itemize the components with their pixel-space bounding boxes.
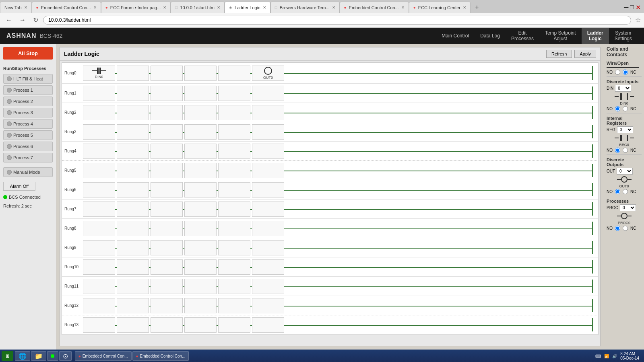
rung-cell-11-2[interactable] [151, 279, 183, 294]
all-stop-button[interactable]: All Stop [3, 47, 53, 60]
nav-main-control[interactable]: Main Control [436, 28, 475, 44]
tab-close[interactable]: ✕ [93, 5, 97, 10]
bookmark-icon[interactable]: ☆ [635, 16, 641, 24]
nav-data-log[interactable]: Data Log [475, 28, 506, 44]
proc-no-radio[interactable] [615, 226, 620, 231]
rung-cell-13-3[interactable] [184, 317, 217, 333]
nav-ladder-logic[interactable]: LadderLogic [582, 28, 609, 44]
forward-button[interactable]: → [17, 16, 28, 25]
rung-cell-12-2[interactable] [151, 298, 183, 313]
rung-cell-7-4[interactable] [218, 202, 250, 217]
rung-cell-8-5[interactable] [252, 221, 284, 236]
rung-cell-5-3[interactable] [184, 163, 217, 178]
rung-cell-4-2[interactable] [151, 144, 183, 159]
rung-cell-10-0[interactable] [83, 259, 115, 275]
tab-close[interactable]: ✕ [463, 5, 466, 10]
rung-cell-1-3[interactable] [184, 86, 217, 101]
rung-cell-1-0[interactable] [83, 86, 115, 101]
rung-cell-8-0[interactable] [83, 221, 115, 236]
rung-cell-10-2[interactable] [151, 259, 183, 275]
nav-temp-setpoint[interactable]: Temp SetpointAdjust [539, 28, 582, 44]
wire-nc-radio[interactable] [623, 70, 628, 75]
refresh-button[interactable]: Refresh [546, 50, 572, 58]
rung-cell-3-0[interactable] [83, 124, 115, 140]
rung-cell-5-0[interactable] [83, 163, 115, 178]
tab-ecc-forum[interactable]: ● ECC Forum • Index pag... ✕ [101, 2, 171, 13]
rung-cell-0-1[interactable] [117, 66, 149, 81]
rung-cell-4-5[interactable] [252, 144, 284, 159]
rung-cell-12-5[interactable] [252, 298, 284, 313]
rung-cell-8-4[interactable] [218, 221, 250, 236]
new-tab-button[interactable]: + [471, 2, 483, 13]
rung-cell-2-0[interactable] [83, 105, 115, 120]
rung-cell-10-1[interactable] [117, 259, 149, 275]
out-no-radio[interactable] [615, 189, 620, 194]
reg-select[interactable]: 012 [617, 126, 633, 133]
rung-cell-3-3[interactable] [184, 124, 217, 140]
din-no-radio[interactable] [615, 106, 620, 111]
rung-cell-3-5[interactable] [252, 124, 284, 140]
rung-cell-3-1[interactable] [117, 124, 149, 140]
rung-cell-10-5[interactable] [252, 259, 284, 275]
taskbar-chrome-icon[interactable]: ⊙ [59, 351, 72, 361]
rung-cell-2-5[interactable] [252, 105, 284, 120]
proc-select[interactable]: 012 [620, 204, 636, 211]
rung-cell-13-4[interactable] [218, 317, 250, 333]
rung-cell-5-5[interactable] [252, 163, 284, 178]
rung-cell-11-5[interactable] [252, 279, 284, 294]
rung-cell-13-2[interactable] [151, 317, 183, 333]
taskbar-item-ecc1[interactable]: ● Embedded Control Con... [75, 351, 132, 361]
rung-cell-0-3[interactable] [184, 66, 217, 81]
tab-start[interactable]: □ 10.0.0.1/start.htm ✕ [171, 2, 225, 13]
rung-cell-5-4[interactable] [218, 163, 250, 178]
rung-cell-4-0[interactable] [83, 144, 115, 159]
rung-cell-13-1[interactable] [117, 317, 149, 333]
rung-cell-11-4[interactable] [218, 279, 250, 294]
rung-cell-8-2[interactable] [151, 221, 183, 236]
nav-edit-processes[interactable]: EditProcesses [506, 28, 539, 44]
rung-cell-13-0[interactable] [83, 317, 115, 333]
rung-cell-12-4[interactable] [218, 298, 250, 313]
tab-ladder-logic[interactable]: ◈ Ladder Logic ✕ [225, 2, 270, 13]
rung-cell-5-2[interactable] [151, 163, 183, 178]
address-bar[interactable] [43, 16, 631, 25]
rung-cell-0-5[interactable]: OUT0 [252, 66, 284, 81]
rung-cell-6-0[interactable] [83, 182, 115, 197]
rung-cell-2-4[interactable] [218, 105, 250, 120]
rung-cell-6-1[interactable] [117, 182, 149, 197]
rung-cell-9-5[interactable] [252, 240, 284, 255]
rung-cell-2-2[interactable] [151, 105, 183, 120]
sidebar-process-7[interactable]: Process 7 [3, 153, 53, 162]
sidebar-process-4[interactable]: Process 4 [3, 119, 53, 129]
tab-close[interactable]: ✕ [163, 5, 166, 10]
tab-close[interactable]: ✕ [24, 5, 27, 10]
rung-cell-2-1[interactable] [117, 105, 149, 120]
rung-cell-0-0[interactable]: DIN0 [83, 66, 115, 81]
rung-cell-9-0[interactable] [83, 240, 115, 255]
nav-system-settings[interactable]: SystemSettings [609, 28, 638, 44]
rung-cell-12-1[interactable] [117, 298, 149, 313]
rung-cell-11-0[interactable] [83, 279, 115, 294]
tab-brewers[interactable]: □ Brewers Hardware Tem... ✕ [270, 2, 340, 13]
proc-nc-radio[interactable] [623, 226, 628, 231]
tab-ecc2[interactable]: ● Embedded Control Con... ✕ [340, 2, 409, 13]
rung-cell-7-3[interactable] [184, 202, 217, 217]
din-select[interactable]: 0123 [615, 85, 631, 92]
minimize-button[interactable]: ─ [624, 4, 628, 11]
taskbar-ie-icon[interactable]: 🌐 [15, 351, 30, 361]
sidebar-process-1[interactable]: Process 1 [3, 85, 53, 95]
close-button[interactable]: ✕ [636, 4, 641, 11]
tab-new-tab[interactable]: New Tab ✕ [0, 2, 32, 13]
rung-cell-7-1[interactable] [117, 202, 149, 217]
reg-no-radio[interactable] [615, 148, 620, 153]
rung-cell-1-2[interactable] [151, 86, 183, 101]
rung-cell-3-4[interactable] [218, 124, 250, 140]
rung-cell-6-5[interactable] [252, 182, 284, 197]
back-button[interactable]: ← [3, 16, 14, 25]
rung-cell-0-4[interactable] [218, 66, 250, 81]
rung-cell-4-3[interactable] [184, 144, 217, 159]
tab-close[interactable]: ✕ [332, 5, 335, 10]
apply-button[interactable]: Apply [574, 50, 596, 58]
rung-cell-7-0[interactable] [83, 202, 115, 217]
rung-cell-12-3[interactable] [184, 298, 217, 313]
